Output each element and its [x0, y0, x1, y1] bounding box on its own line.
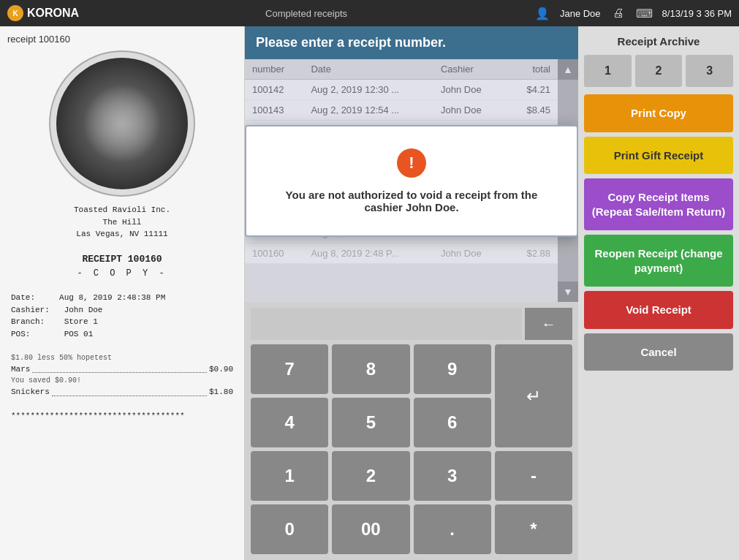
star-button[interactable]: *	[495, 504, 572, 554]
header: K KORONA Completed receipts 👤 Jane Doe 🖨…	[0, 0, 739, 26]
receipt-image-area	[7, 50, 237, 197]
pos-label: POS:	[11, 330, 30, 338]
item1-name: Mars	[11, 363, 30, 376]
num-6-button[interactable]: 6	[414, 398, 491, 447]
user-name: Jane Doe	[560, 8, 601, 19]
date-value: Aug 8, 2019 2:48:38 PM	[59, 293, 165, 302]
header-left: K KORONA	[7, 5, 79, 21]
pos-row: POS: POS 01	[11, 328, 233, 341]
receipt-id: receipt 100160	[7, 34, 237, 45]
center-panel: Please enter a receipt number. number Da…	[245, 26, 578, 560]
num-1-button[interactable]: 1	[251, 451, 328, 501]
cashier-row: Cashier: John Doe	[11, 304, 233, 317]
modal-message: You are not authorized to void a receipt…	[276, 189, 547, 213]
prompt-row: Please enter a receipt number.	[245, 26, 578, 59]
page-2-button[interactable]: 2	[635, 55, 683, 87]
backspace-button[interactable]: ←	[525, 308, 572, 340]
num-5-button[interactable]: 5	[332, 398, 409, 447]
receipt-image	[49, 50, 195, 197]
numpad-grid: 7 8 9 ↵ 4 5 6 1 2 3 - 0 00 . *	[251, 344, 572, 554]
print-gift-receipt-button[interactable]: Print Gift Receipt	[584, 137, 733, 175]
copy-receipt-items-button[interactable]: Copy Receipt Items (Repeat Sale/Item Ret…	[584, 178, 733, 230]
page-1-button[interactable]: 1	[584, 55, 632, 87]
dash-button[interactable]: -	[495, 451, 572, 501]
modal-overlay: ! You are not authorized to void a recei…	[245, 59, 578, 302]
table-wrapper: number Date Cashier total 100142Aug 2, 2…	[245, 59, 578, 302]
page-buttons: 1 2 3	[584, 55, 733, 87]
dots1	[32, 361, 207, 374]
user-icon: 👤	[534, 4, 551, 22]
numpad-area: ← 7 8 9 ↵ 4 5 6 1 2 3 - 0 00 . *	[245, 302, 578, 560]
branch-label: Branch:	[11, 317, 45, 326]
receipt-image-inner	[56, 58, 188, 189]
branch-name: The Hill	[11, 216, 233, 229]
cashier-label: Cashier:	[11, 306, 50, 314]
num-7-button[interactable]: 7	[251, 344, 328, 394]
num-00-button[interactable]: 00	[332, 504, 409, 554]
dot-button[interactable]: .	[414, 504, 491, 554]
item1-price: $0.90	[209, 363, 233, 376]
prompt-text: Please enter a receipt number.	[256, 35, 446, 50]
pos-value: POS 01	[64, 330, 94, 338]
header-center-text: Completed receipts	[265, 8, 347, 19]
store-name: Toasted Ravioli Inc.	[11, 204, 233, 216]
num-2-button[interactable]: 2	[332, 451, 409, 501]
numpad-display: ←	[251, 308, 572, 340]
modal-box: ! You are not authorized to void a recei…	[245, 125, 578, 237]
page-3-button[interactable]: 3	[686, 55, 733, 87]
reopen-receipt-button[interactable]: Reopen Receipt (change payment)	[584, 235, 733, 287]
location: Las Vegas, NV 11111	[11, 228, 233, 241]
branch-value: Store 1	[64, 317, 98, 326]
num-0-button[interactable]: 0	[251, 504, 328, 554]
void-receipt-button[interactable]: Void Receipt	[584, 291, 733, 329]
item2-name: Snickers	[11, 386, 50, 398]
copy-label: - C O P Y -	[11, 267, 233, 280]
item2-row: Snickers $1.80	[11, 386, 233, 398]
right-panel: Receipt Archive 1 2 3 Print Copy Print G…	[578, 26, 739, 560]
logo: K KORONA	[7, 5, 79, 21]
main-layout: receipt 100160 Toasted Ravioli Inc. The …	[0, 26, 739, 560]
item2-price: $1.80	[209, 386, 233, 398]
num-4-button[interactable]: 4	[251, 398, 328, 447]
num-9-button[interactable]: 9	[414, 344, 491, 394]
branch-row: Branch: Store 1	[11, 316, 233, 328]
print-copy-button[interactable]: Print Copy	[584, 94, 733, 132]
logo-text: KORONA	[27, 7, 79, 20]
receipt-number-label: RECEIPT 100160	[11, 252, 233, 267]
logo-icon: K	[7, 5, 23, 21]
cancel-button[interactable]: Cancel	[584, 333, 733, 371]
cashier-value: John Doe	[64, 306, 103, 314]
date-label: Date:	[11, 293, 35, 302]
item1-row: Mars $0.90	[11, 363, 233, 376]
date-row: Date: Aug 8, 2019 2:48:38 PM	[11, 292, 233, 304]
dots2	[52, 384, 207, 396]
header-right: 👤 Jane Doe 🖨 ⌨ 8/13/19 3 36 PM	[534, 4, 732, 22]
enter-button[interactable]: ↵	[495, 344, 572, 447]
archive-title: Receipt Archive	[584, 32, 733, 50]
print-icon: 🖨	[610, 4, 627, 22]
footer-line: ************************************	[11, 410, 233, 423]
receipt-text-block: Toasted Ravioli Inc. The Hill Las Vegas,…	[7, 204, 237, 423]
numpad-input[interactable]	[251, 308, 522, 340]
num-8-button[interactable]: 8	[332, 344, 409, 394]
keyboard-icon: ⌨	[636, 4, 653, 22]
num-3-button[interactable]: 3	[414, 451, 491, 501]
modal-warning-icon: !	[397, 148, 426, 178]
left-panel: receipt 100160 Toasted Ravioli Inc. The …	[0, 26, 245, 560]
datetime: 8/13/19 3 36 PM	[662, 8, 732, 19]
